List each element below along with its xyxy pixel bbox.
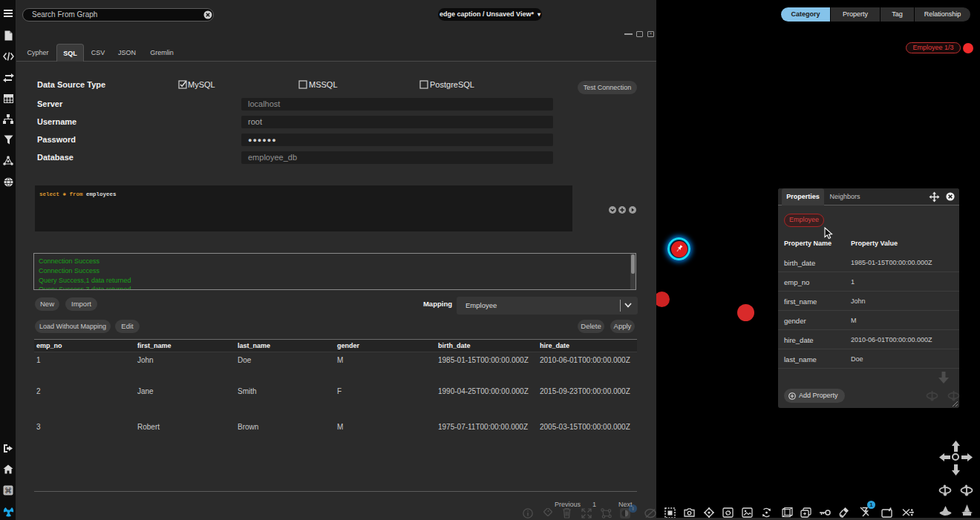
svg-text:⌘: ⌘ <box>4 487 12 495</box>
